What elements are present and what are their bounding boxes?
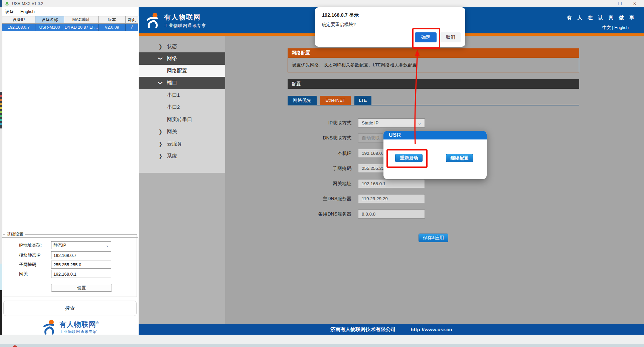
- static-ip-label: 模块静态IP: [19, 252, 40, 258]
- panel-logo-brand: 有人物联网: [59, 320, 96, 328]
- ip-type-select[interactable]: 静态IP ⌄: [51, 241, 111, 249]
- menu-device[interactable]: 设备: [5, 9, 14, 15]
- menu-english[interactable]: English: [20, 9, 35, 14]
- web-brand: 有人物联网: [164, 13, 201, 21]
- chevron-down-icon: ⌄: [106, 243, 109, 248]
- col-version[interactable]: 版本: [99, 16, 126, 23]
- static-ip-input[interactable]: [51, 251, 111, 259]
- nav-item-cloud[interactable]: ❯ 云服务: [139, 138, 225, 150]
- minimize-button[interactable]: —: [598, 0, 613, 7]
- nav-item-status[interactable]: ❯ 状态: [139, 40, 225, 53]
- panel-logo-slogan: 工业物联网通讯专家: [59, 329, 99, 334]
- nav-item-system[interactable]: ❯ 系统: [139, 150, 225, 162]
- dialog-title: 192.168.0.7 显示: [322, 12, 359, 18]
- cell-web-check: √: [126, 24, 138, 31]
- subnet-mask-label: 子网掩码: [19, 262, 36, 268]
- chevron-down-icon: ❯: [158, 81, 163, 85]
- cell-device-ip: 192.168.0.7: [2, 24, 35, 31]
- footer-url[interactable]: http://www.usr.cn: [411, 327, 452, 332]
- web-footer: 济南有人物联网技术有限公司 http://www.usr.cn: [139, 324, 644, 335]
- chevron-down-icon: ⌄: [418, 121, 421, 125]
- secondary-dns-label: 备用DNS服务器: [288, 211, 351, 217]
- nav-label: 网络配置: [167, 68, 187, 74]
- col-web[interactable]: 网页: [126, 16, 138, 23]
- chevron-right-icon: ❯: [159, 141, 162, 147]
- tab-network-priority[interactable]: 网络优先: [288, 96, 317, 105]
- window-title: USR-MXX V1.0.2: [12, 1, 43, 6]
- dns-mode-label: DNS获取方式: [288, 135, 351, 141]
- confirm-dialog: 192.168.0.7 显示 确定要重启模块? 确定 取消: [315, 7, 465, 47]
- ip-mode-label: IP获取方式: [288, 120, 351, 126]
- window-titlebar: USR-MXX V1.0.2 — ❐ ✕: [2, 0, 644, 7]
- close-icon: ✕: [633, 1, 636, 6]
- desktop-strip: [0, 335, 644, 344]
- basic-settings-group: 基础设置 IP地址类型: 静态IP ⌄ 模块静态IP 子网掩码 网关 设置: [3, 232, 137, 297]
- basic-settings-title: 基础设置: [5, 232, 25, 237]
- web-body: ❯ 状态 ❯ 网络 网络配置 ❯ 端口 串口1 串口2: [139, 36, 644, 324]
- primary-dns-label: 主DNS服务器: [288, 196, 351, 202]
- usr-modal: USR 重新启动 继续配置: [383, 131, 487, 179]
- col-device-ip[interactable]: 设备IP: [2, 16, 35, 23]
- device-table-header: 设备IP 设备名称 MAC地址 版本 网页: [2, 16, 138, 24]
- nav-item-serial2[interactable]: 串口2: [139, 101, 225, 113]
- gateway-addr-label: 网关地址: [288, 181, 351, 187]
- usr-modal-title: USR: [389, 132, 401, 138]
- web-brand-slogan: 工业物联网通讯专家: [164, 23, 206, 29]
- nav-item-serial1[interactable]: 串口1: [139, 89, 225, 101]
- continue-config-button[interactable]: 继续配置: [446, 154, 473, 162]
- col-mac[interactable]: MAC地址: [64, 16, 99, 23]
- usr-modal-header: USR: [383, 131, 487, 139]
- page-title: 网络配置: [288, 48, 579, 57]
- chevron-down-icon: ❯: [158, 57, 163, 60]
- nav-label: 网络: [167, 55, 177, 62]
- section-config-title: 配置: [288, 79, 579, 89]
- header-motto: 有 人 在 认 真 做 事: [567, 15, 636, 21]
- sidebar-nav: ❯ 状态 ❯ 网络 网络配置 ❯ 端口 串口1 串口2: [139, 36, 225, 324]
- search-button[interactable]: 搜索: [3, 301, 137, 316]
- restore-icon: ❐: [618, 1, 622, 6]
- nav-label: 网页转串口: [167, 116, 192, 123]
- tab-ethernet[interactable]: EtherNET: [320, 96, 351, 105]
- cell-mac: D4 AD 20 87 EF...: [64, 24, 99, 31]
- nav-item-network[interactable]: ❯ 网络: [139, 52, 225, 65]
- subnet-mask-input[interactable]: [51, 261, 111, 269]
- cancel-button[interactable]: 取消: [440, 32, 461, 42]
- primary-dns-input[interactable]: [358, 194, 425, 203]
- nav-item-ports[interactable]: ❯ 端口: [139, 77, 225, 89]
- cell-device-name: USR-M100: [35, 24, 64, 31]
- local-ip-label: 本机IP: [288, 150, 351, 156]
- ip-mode-select[interactable]: Static IP ⌄: [358, 118, 425, 127]
- restart-button[interactable]: 重新启动: [395, 154, 423, 162]
- device-panel: 设备 English 设备IP 设备名称 MAC地址 版本 网页 192.168…: [2, 7, 139, 335]
- gateway-addr-input[interactable]: [358, 179, 425, 188]
- screen: USR-MXX V1.0.2 — ❐ ✕ 设备 English 设备IP 设备名…: [0, 0, 644, 347]
- usr-logo-icon: [41, 319, 57, 335]
- nav-label: 串口1: [167, 92, 180, 98]
- page-description: 设置优先网络、以太网IP相关参数配置、LTE网络相关参数配置: [288, 57, 579, 72]
- nav-item-web-to-serial[interactable]: 网页转串口: [139, 113, 225, 126]
- panel-logo: 有人物联网® 工业物联网通讯专家: [2, 319, 138, 335]
- close-button[interactable]: ✕: [627, 0, 642, 7]
- ip-type-value: 静态IP: [53, 242, 66, 248]
- tab-underline: [288, 105, 579, 105]
- gateway-label: 网关: [19, 271, 28, 277]
- chevron-right-icon: ❯: [159, 44, 162, 50]
- save-apply-button[interactable]: 保存&应用: [419, 234, 448, 242]
- table-row[interactable]: 192.168.0.7 USR-M100 D4 AD 20 87 EF... V…: [2, 24, 138, 31]
- nav-label: 系统: [167, 153, 177, 159]
- ip-mode-value: Static IP: [362, 120, 378, 125]
- chevron-right-icon: ❯: [159, 153, 162, 159]
- set-button[interactable]: 设置: [51, 284, 112, 292]
- restore-button[interactable]: ❐: [613, 0, 627, 7]
- nav-item-gateway[interactable]: ❯ 网关: [139, 125, 225, 138]
- menu-bar: 设备 English: [2, 7, 139, 16]
- tab-lte[interactable]: LTE: [354, 96, 371, 105]
- nav-label: 网关: [167, 128, 177, 135]
- device-table: 设备IP 设备名称 MAC地址 版本 网页 192.168.0.7 USR-M1…: [2, 16, 138, 238]
- secondary-dns-input[interactable]: [358, 210, 425, 219]
- ok-button[interactable]: 确定: [415, 32, 437, 42]
- col-device-name[interactable]: 设备名称: [35, 16, 64, 23]
- gateway-input[interactable]: [51, 270, 111, 278]
- nav-item-network-config[interactable]: 网络配置: [139, 65, 225, 77]
- language-switch[interactable]: 中文 | English: [602, 25, 629, 31]
